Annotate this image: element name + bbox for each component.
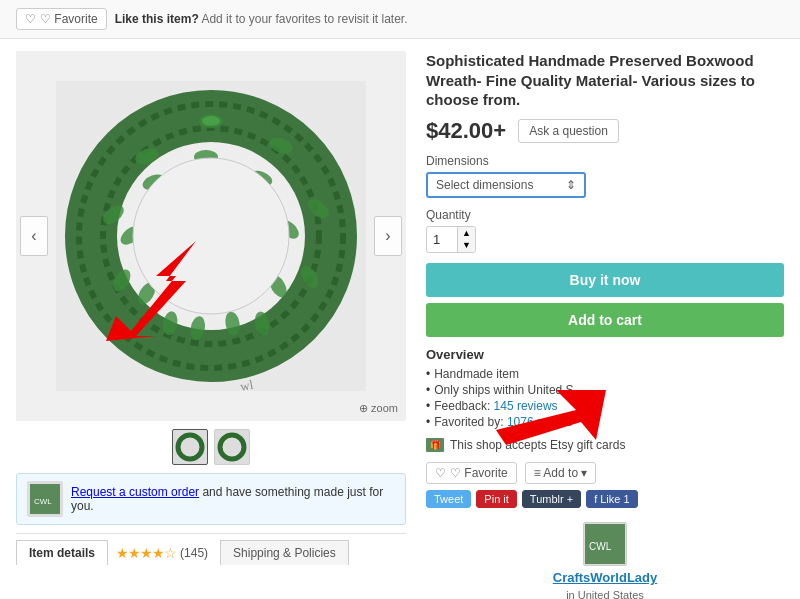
thumbnail-1-image: [175, 432, 205, 462]
dimensions-placeholder: Select dimensions: [436, 178, 533, 192]
favorite-action-label: ♡ Favorite: [450, 466, 508, 480]
shop-thumb-image: CWL: [585, 524, 625, 564]
product-title: Sophisticated Handmade Preserved Boxwood…: [426, 51, 784, 110]
next-image-button[interactable]: ›: [374, 216, 402, 256]
svg-point-23: [133, 158, 289, 314]
right-column: Sophisticated Handmade Preserved Boxwood…: [426, 51, 784, 599]
star-rating: ★★★★☆: [116, 545, 176, 561]
favorite-heading: Like this item?: [115, 12, 199, 26]
gift-card-text: This shop accepts Etsy gift cards: [450, 438, 625, 452]
svg-text:CWL: CWL: [34, 497, 52, 506]
gift-card-row: 🎁 This shop accepts Etsy gift cards: [426, 438, 784, 452]
pin-button[interactable]: Pin it: [476, 490, 516, 508]
facebook-like-button[interactable]: f Like 1: [586, 490, 637, 508]
product-price: $42.00+: [426, 118, 506, 144]
review-count: (145): [180, 546, 208, 560]
tab-shipping[interactable]: Shipping & Policies: [220, 540, 349, 565]
shop-thumbnail[interactable]: CWL: [583, 522, 627, 566]
heart-action-icon: ♡: [435, 466, 446, 480]
overview-item-3: Feedback: 145 reviews: [426, 398, 784, 414]
rating-section: ★★★★☆ (145): [108, 542, 216, 564]
feedback-link[interactable]: 145 reviews: [494, 399, 558, 413]
add-to-cart-button[interactable]: Add to cart: [426, 303, 784, 337]
overview-title: Overview: [426, 347, 784, 362]
heart-icon: ♡: [25, 12, 36, 26]
select-arrows-icon: ⇕: [566, 178, 576, 192]
shop-location: in United States: [566, 589, 644, 599]
add-to-action-button[interactable]: ≡ Add to ▾: [525, 462, 597, 484]
favorite-bar-label: ♡ Favorite: [40, 12, 98, 26]
svg-point-28: [220, 435, 244, 459]
overview-item-2: Only ships within United S…: [426, 382, 784, 398]
quantity-up-button[interactable]: ▲: [458, 227, 475, 240]
shop-thumb-mini: CWL: [30, 484, 60, 514]
action-row: ♡ ♡ Favorite ≡ Add to ▾: [426, 462, 784, 484]
tumblr-button[interactable]: Tumblr +: [522, 490, 581, 508]
social-row: Tweet Pin it Tumblr + f Like 1: [426, 490, 784, 508]
right-arrow-icon: ›: [385, 227, 390, 245]
quantity-box: 1 ▲ ▼: [426, 226, 476, 254]
svg-point-5: [202, 116, 220, 126]
overview-section: Overview Handmade item Only ships within…: [426, 347, 784, 430]
tweet-button[interactable]: Tweet: [426, 490, 471, 508]
tab-item-details[interactable]: Item details: [16, 540, 108, 565]
svg-point-27: [178, 435, 202, 459]
custom-order-bar: CWL Request a custom order and have some…: [16, 473, 406, 525]
zoom-icon: ⊕ zoom: [359, 402, 398, 415]
favorited-link[interactable]: 1076 people: [507, 415, 573, 429]
main-content: wl ‹ › ⊕ zoom: [0, 39, 800, 599]
custom-order-text: Request a custom order and have somethin…: [71, 485, 395, 513]
left-arrow-icon: ‹: [31, 227, 36, 245]
thumbnail-1[interactable]: [172, 429, 208, 465]
zoom-button[interactable]: ⊕ zoom: [359, 402, 398, 415]
left-column: wl ‹ › ⊕ zoom: [16, 51, 406, 599]
quantity-label: Quantity: [426, 208, 784, 222]
custom-order-thumb: CWL: [27, 481, 63, 517]
shop-section: CWL CraftsWorldLady in United States: [426, 522, 784, 599]
quantity-value: 1: [427, 229, 446, 250]
price-row: $42.00+ Ask a question: [426, 118, 784, 144]
product-tabs: Item details ★★★★☆ (145) Shipping & Poli…: [16, 533, 406, 565]
ask-question-button[interactable]: Ask a question: [518, 119, 619, 143]
favorite-bar-button[interactable]: ♡ ♡ Favorite: [16, 8, 107, 30]
image-area: wl ‹ › ⊕ zoom: [16, 51, 406, 421]
favorite-subtext: Add it to your favorites to revisit it l…: [201, 12, 407, 26]
dimensions-select[interactable]: Select dimensions ⇕: [426, 172, 586, 198]
thumbnail-strip: [16, 429, 406, 465]
quantity-down-button[interactable]: ▼: [458, 239, 475, 252]
buy-now-button[interactable]: Buy it now: [426, 263, 784, 297]
product-image-container: wl ‹ › ⊕ zoom: [16, 51, 406, 421]
dimensions-label: Dimensions: [426, 154, 784, 168]
overview-item-1: Handmade item: [426, 366, 784, 382]
quantity-buttons: ▲ ▼: [457, 227, 475, 253]
favorite-bar: ♡ ♡ Favorite Like this item? Add it to y…: [0, 0, 800, 39]
favorite-action-button[interactable]: ♡ ♡ Favorite: [426, 462, 517, 484]
svg-text:CWL: CWL: [589, 541, 612, 552]
shop-name-link[interactable]: CraftsWorldLady: [553, 570, 658, 585]
prev-image-button[interactable]: ‹: [20, 216, 48, 256]
product-image: wl: [56, 81, 366, 391]
add-to-label: ≡ Add to ▾: [534, 466, 588, 480]
overview-list: Handmade item Only ships within United S…: [426, 366, 784, 430]
thumbnail-2-image: [217, 432, 247, 462]
overview-item-4: Favorited by: 1076 people: [426, 414, 784, 430]
favorite-bar-text: Like this item? Add it to your favorites…: [115, 12, 408, 26]
custom-order-link[interactable]: Request a custom order: [71, 485, 199, 499]
gift-icon: 🎁: [426, 438, 444, 452]
thumbnail-2[interactable]: [214, 429, 250, 465]
